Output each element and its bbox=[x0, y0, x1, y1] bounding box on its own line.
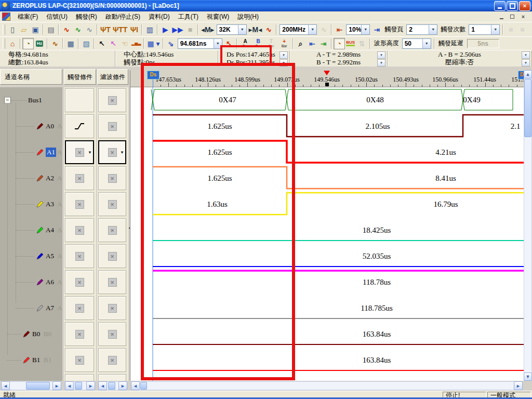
sample-pulse-gray-icon[interactable]: ∿ bbox=[318, 24, 329, 35]
filter-cell-a1[interactable]: ×▼ bbox=[98, 140, 126, 164]
menu-item-5[interactable]: 工具(T) bbox=[174, 11, 203, 22]
menu-item-4[interactable]: 資料(D) bbox=[144, 11, 174, 22]
filter-condition-header[interactable]: 濾波條件 bbox=[97, 69, 128, 85]
info-dropdown-icon[interactable]: ▼ bbox=[377, 59, 385, 66]
filter-cell-a6[interactable]: × bbox=[98, 270, 126, 294]
dropdown-arrow-icon[interactable]: ▼ bbox=[422, 39, 431, 48]
dropdown-arrow-icon[interactable]: ▼ bbox=[308, 25, 316, 34]
open-folder-icon[interactable]: ▱ bbox=[18, 24, 30, 35]
scroll-right-button[interactable]: ► bbox=[514, 381, 523, 390]
trigger-cell-a0[interactable] bbox=[65, 114, 94, 138]
restore-button[interactable] bbox=[507, 1, 518, 11]
home-icon[interactable]: ⌂ bbox=[7, 38, 18, 49]
channel-row-bus1[interactable]: −Bus1 bbox=[0, 87, 62, 113]
filter-cell-a0[interactable]: × bbox=[98, 114, 126, 138]
channel-row-a2[interactable]: A2A2 bbox=[0, 165, 62, 191]
filter-cell-next[interactable]: × bbox=[98, 374, 126, 381]
trigger-cell-a2[interactable]: × bbox=[65, 166, 94, 190]
dropdown-arrow-icon[interactable]: ▼ bbox=[88, 150, 92, 155]
info-dropdown-icon[interactable]: ▼ bbox=[522, 59, 530, 66]
filter-cell-a7[interactable]: × bbox=[98, 296, 126, 320]
waveform-scrollbar-thumb[interactable] bbox=[140, 382, 147, 390]
document-icon[interactable] bbox=[2, 12, 10, 21]
filter-cell-a3[interactable]: × bbox=[98, 192, 126, 216]
menu-item-1[interactable]: 信號(U) bbox=[42, 11, 72, 22]
scroll-left-button[interactable]: ◄ bbox=[65, 381, 74, 390]
filter-cell-a4[interactable]: × bbox=[98, 218, 126, 242]
channel-name-header[interactable]: 通道名稱 bbox=[0, 69, 62, 85]
filter-cell-a2[interactable]: × bbox=[98, 166, 126, 190]
pulse-trigger3-icon[interactable]: ΨI bbox=[128, 24, 140, 35]
trigger-pos-left-icon[interactable]: ⇤ bbox=[334, 24, 345, 35]
scroll-left-button[interactable]: ◄ bbox=[131, 381, 140, 390]
filter-cell-b1[interactable]: × bbox=[98, 348, 126, 372]
trigger-page-combo[interactable]: 2▼ bbox=[406, 24, 437, 35]
name-column-scrollbar-thumb[interactable] bbox=[26, 382, 50, 390]
waveform-scrollbar-track[interactable] bbox=[131, 381, 523, 390]
trigger-cell-a5[interactable]: × bbox=[65, 244, 94, 268]
trigger-condition-header[interactable]: 觸發條件 bbox=[64, 69, 96, 85]
channel-row-a3[interactable]: A3A3 bbox=[0, 191, 62, 217]
timing-view-icon[interactable]: ◔ bbox=[22, 38, 34, 49]
menu-item-3[interactable]: 啟動/停止(S) bbox=[101, 11, 144, 22]
waveform-scrollbar[interactable]: ◄► bbox=[131, 381, 523, 390]
wave-height-combo[interactable]: 50▼ bbox=[402, 38, 431, 49]
channel-row-b0[interactable]: B0B0 bbox=[0, 321, 62, 347]
sample-rate-combo[interactable]: 200MHz▼ bbox=[280, 24, 317, 35]
scroll-left-button[interactable]: ◄ bbox=[1, 381, 10, 390]
channel-row-a0[interactable]: A0A0 bbox=[0, 113, 62, 139]
run-icon[interactable]: ▶ bbox=[159, 24, 171, 35]
refresh-window-icon[interactable]: ◔ bbox=[334, 38, 345, 49]
save-icon[interactable]: ▣ bbox=[30, 24, 41, 35]
menu-item-6[interactable]: 視窗(W) bbox=[203, 11, 233, 22]
scroll-left-button[interactable]: ◄ bbox=[98, 381, 107, 390]
vertical-scrollbar[interactable]: ▲ ▼ bbox=[524, 70, 532, 381]
dropdown-arrow-icon[interactable]: ▼ bbox=[429, 25, 437, 34]
mdi-restore-button[interactable] bbox=[508, 12, 517, 21]
info-dropdown-icon[interactable]: ▼ bbox=[522, 51, 530, 59]
stack-panel2-icon[interactable]: ≡ bbox=[516, 24, 528, 35]
dropdown-arrow-icon[interactable]: ▼ bbox=[361, 25, 369, 34]
trigger-cell-a6[interactable]: × bbox=[65, 270, 94, 294]
expand-collapse-toggle[interactable]: − bbox=[4, 97, 11, 104]
end-position-tag[interactable]: D bbox=[518, 71, 524, 79]
trigger-count-combo[interactable]: 1▼ bbox=[469, 24, 500, 35]
dropdown-arrow-icon[interactable]: ▼ bbox=[120, 150, 124, 155]
compression-icon[interactable]: ▥ bbox=[144, 24, 155, 35]
select-cursor-icon[interactable]: ↖ bbox=[96, 38, 108, 49]
bar-chart-icon[interactable]: ▂▅▃ bbox=[130, 38, 142, 49]
trigger-column-scrollbar-thumb[interactable] bbox=[75, 382, 82, 390]
find-icon[interactable]: ⌕ bbox=[295, 38, 307, 49]
trigger-cell-b1[interactable]: × bbox=[65, 348, 94, 372]
channel-row-a6[interactable]: A6A6 bbox=[0, 269, 62, 295]
run-repeat-icon[interactable]: ▶▶ bbox=[171, 24, 184, 35]
sample-depth-combo[interactable]: 32K▼ bbox=[217, 24, 247, 35]
multi-select-cursor-icon[interactable]: ↖ bbox=[108, 38, 119, 49]
pattern-dropdown-icon[interactable]: ▦ ▾ bbox=[146, 38, 161, 49]
trigger-cell-a7[interactable]: × bbox=[65, 296, 94, 320]
menu-item-2[interactable]: 觸發(R) bbox=[72, 11, 101, 22]
trigger-column-scrollbar[interactable]: ◄► bbox=[65, 381, 95, 390]
noise-filter-icon[interactable]: ⇅ bbox=[356, 38, 368, 49]
trigger-position-combo[interactable]: 10%▼ bbox=[346, 24, 370, 35]
channel-row-b1[interactable]: B1B1 bbox=[0, 347, 62, 373]
goto-right-icon[interactable]: ⇥ bbox=[318, 38, 329, 49]
zoom-rate-icon[interactable]: ⇘ bbox=[165, 38, 177, 49]
waveform-window-icon[interactable]: ∿ bbox=[49, 38, 61, 49]
pulse-trigger1-icon[interactable]: ΨT bbox=[99, 24, 112, 35]
filter-cell-a5[interactable]: × bbox=[98, 244, 126, 268]
name-column-scrollbar[interactable]: ◄► bbox=[1, 381, 61, 390]
new-file-icon[interactable]: ▯ bbox=[7, 24, 18, 35]
stack-panel-icon[interactable]: ≡ bbox=[505, 24, 516, 35]
trigger-pos-right-icon[interactable]: ⇥ bbox=[371, 24, 382, 35]
info-dropdown-icon[interactable]: ▼ bbox=[280, 51, 288, 59]
add-bar-button[interactable]: +Bar bbox=[278, 38, 291, 49]
filter-cell-b0[interactable]: × bbox=[98, 322, 126, 346]
sample-pulse-icon[interactable]: ∿ bbox=[263, 24, 274, 35]
mdi-minimize-button[interactable] bbox=[497, 12, 506, 21]
scroll-down-button[interactable]: ▼ bbox=[524, 373, 532, 381]
trigger-cell-a3[interactable]: × bbox=[65, 192, 94, 216]
filter-column-scrollbar-thumb[interactable] bbox=[108, 382, 115, 390]
trigger-color-icon[interactable]: ∿ bbox=[72, 24, 84, 35]
scroll-up-button[interactable]: ▲ bbox=[524, 70, 532, 78]
